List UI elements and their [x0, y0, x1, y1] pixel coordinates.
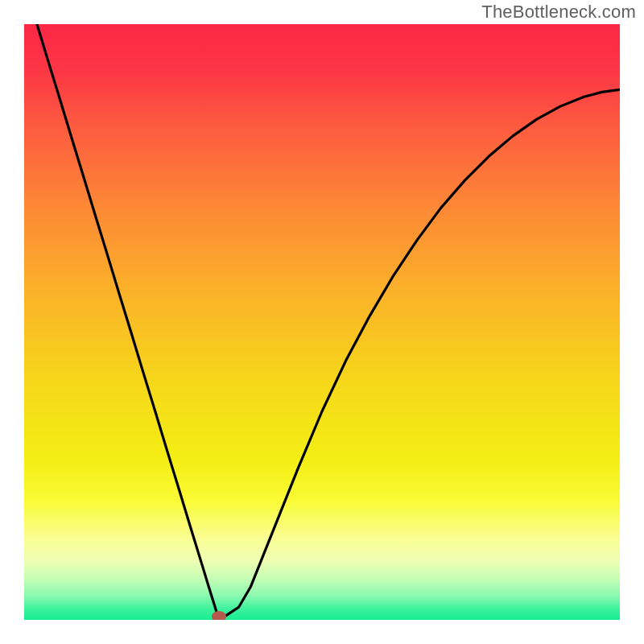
figure-container: TheBottleneck.com: [0, 0, 644, 644]
watermark-text: TheBottleneck.com: [481, 2, 636, 23]
plot-frame: [24, 24, 620, 620]
plot-svg: [24, 24, 620, 620]
gradient-background: [24, 24, 620, 620]
